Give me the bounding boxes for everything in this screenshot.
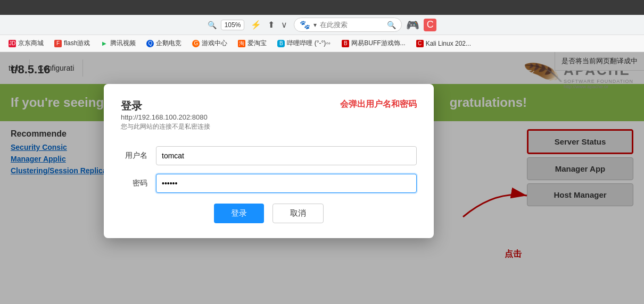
browser-address-bar: 🔍 105% ⚡ ⬆ ∨ 🐾 ▾ 🔍 🎮 C bbox=[0, 15, 644, 35]
dialog-title: 登录 bbox=[121, 99, 210, 113]
dialog-title-section: 登录 http://192.168.100.202:8080 您与此网站的连接不… bbox=[121, 99, 210, 142]
address-bar-area: 🔍 105% ⚡ ⬆ ∨ 🐾 ▾ 🔍 🎮 C bbox=[6, 18, 638, 32]
bookmark-bar: JD 京东商城 F flash游戏 ▶ 腾讯视频 Q 企鹅电竞 G 游戏中心 淘… bbox=[0, 35, 644, 52]
dialog-security-note: 您与此网站的连接不是私密连接 bbox=[121, 122, 210, 131]
bookmark-tencent[interactable]: ▶ 腾讯视频 bbox=[96, 37, 140, 49]
qepeng-icon: Q bbox=[146, 40, 154, 47]
bilibili-icon: B bbox=[277, 40, 285, 47]
cancel-button[interactable]: 取消 bbox=[273, 204, 324, 223]
paw-icon: 🐾 bbox=[300, 20, 310, 30]
tencent-icon: ▶ bbox=[101, 40, 108, 47]
netease-icon: B bbox=[342, 40, 349, 47]
dialog-url: http://192.168.100.202:8080 bbox=[121, 113, 210, 121]
bookmark-flash[interactable]: F flash游戏 bbox=[50, 37, 94, 49]
bookmark-qepeng[interactable]: Q 企鹅电竞 bbox=[142, 37, 186, 49]
dialog-actions: 登录 取消 bbox=[121, 204, 417, 223]
taobao-icon: 淘 bbox=[238, 40, 245, 47]
extension-button[interactable]: C bbox=[424, 19, 436, 31]
username-label: 用户名 bbox=[121, 151, 147, 161]
bookmark-kali[interactable]: C Kali Linux 202... bbox=[412, 38, 475, 49]
games-icon: G bbox=[192, 40, 200, 47]
bookmark-bilibili[interactable]: B 哔哩哔哩 (°-°)∽ bbox=[273, 37, 335, 49]
share-button[interactable]: ⬆ bbox=[268, 20, 275, 30]
search-box[interactable]: 🐾 ▾ 🔍 bbox=[294, 18, 402, 32]
browser-dark-bar bbox=[0, 0, 644, 15]
password-label: 密码 bbox=[121, 179, 147, 188]
dialog-header: 登录 http://192.168.100.202:8080 您与此网站的连接不… bbox=[121, 99, 417, 142]
jd-icon: JD bbox=[9, 40, 16, 47]
username-input[interactable] bbox=[156, 146, 417, 165]
password-row: 密码 bbox=[121, 174, 417, 193]
username-row: 用户名 bbox=[121, 146, 417, 165]
login-button[interactable]: 登录 bbox=[214, 204, 264, 223]
bookmark-games[interactable]: G 游戏中心 bbox=[188, 37, 232, 49]
bookmark-taobao[interactable]: 淘 爱淘宝 bbox=[234, 37, 271, 49]
profile-button[interactable]: 🎮 bbox=[406, 19, 419, 31]
login-dialog: 登录 http://192.168.100.202:8080 您与此网站的连接不… bbox=[104, 84, 434, 238]
search-input[interactable] bbox=[320, 21, 384, 29]
flash-icon: F bbox=[54, 40, 62, 47]
password-input[interactable] bbox=[156, 174, 417, 193]
bookmark-netease[interactable]: B 网易BUFF游戏饰... bbox=[337, 37, 409, 49]
modal-overlay: 登录 http://192.168.100.202:8080 您与此网站的连接不… bbox=[0, 52, 644, 304]
search-icon: 🔍 bbox=[387, 21, 396, 29]
page-content: tion Configurati t/8.5.16 If you're seei… bbox=[0, 52, 644, 304]
dialog-hint: 会弹出用户名和密码 bbox=[340, 99, 417, 110]
zoom-badge: 105% bbox=[221, 20, 245, 30]
kali-icon: C bbox=[416, 40, 424, 47]
bookmark-jd[interactable]: JD 京东商城 bbox=[4, 37, 48, 49]
